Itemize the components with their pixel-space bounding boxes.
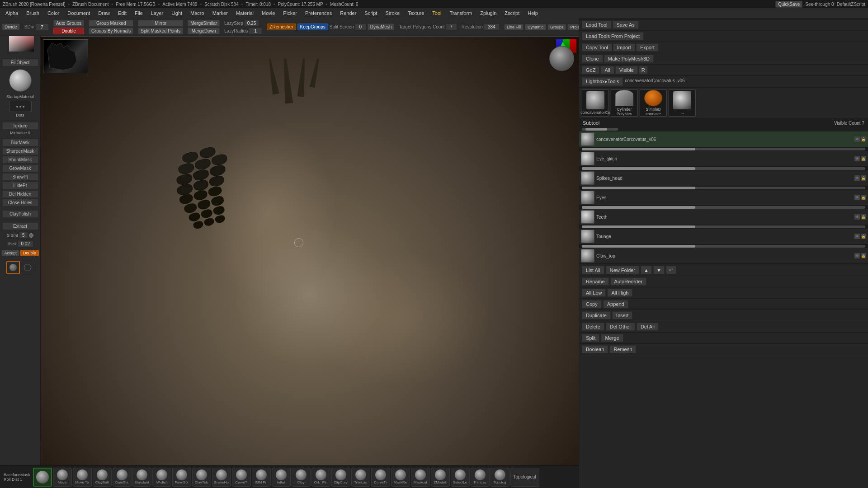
tool-thumb-extra1[interactable]: ...	[669, 89, 696, 117]
merge-down-button[interactable]: MergeDown	[188, 28, 220, 34]
subtool-lock-3[interactable]: 🔒	[861, 195, 866, 200]
brush-curvet[interactable]: CurveT	[232, 468, 251, 487]
tool-thumb-simpleb[interactable]: SimpleB concave	[640, 89, 667, 117]
brush-snakehook[interactable]: SnakeHo	[212, 468, 231, 487]
brush-selectle[interactable]: SelectLe	[451, 468, 470, 487]
menu-transform[interactable]: Transform	[446, 9, 476, 17]
line-fill-button[interactable]: Line Fill	[504, 24, 524, 30]
duplicate-button[interactable]: Duplicate	[582, 311, 611, 319]
hide-pt-button[interactable]: HidePt	[2, 182, 38, 189]
group-masked-button[interactable]: Group Masked	[89, 20, 133, 27]
menu-document[interactable]: Document	[64, 9, 94, 17]
brush-move[interactable]: Move	[53, 468, 72, 487]
move-down-button[interactable]: ▼	[653, 266, 665, 274]
subtool-range-indicator[interactable]	[582, 128, 618, 131]
menu-draw[interactable]: Draw	[94, 9, 113, 17]
remesh-button[interactable]: Remesh	[609, 345, 636, 353]
resolution-val[interactable]: 384	[484, 23, 500, 30]
brush-claybull[interactable]: ClayBull	[93, 468, 112, 487]
menu-render[interactable]: Render	[336, 9, 360, 17]
ssmt-val[interactable]: 5	[19, 232, 28, 239]
active-brush-large[interactable]	[33, 468, 52, 487]
split-masked-button[interactable]: Split Masked Points	[138, 28, 183, 34]
new-folder-button[interactable]: New Folder	[606, 266, 639, 274]
insert-button[interactable]: Insert	[612, 311, 633, 319]
r-button[interactable]: R	[639, 66, 648, 74]
brush-curvetr[interactable]: CurveTr	[371, 468, 390, 487]
subtool-vis-3[interactable]: 👁	[854, 195, 860, 200]
menu-picker[interactable]: Picker	[279, 9, 301, 17]
del-other-button[interactable]: Del Other	[606, 323, 635, 331]
merge-similar-button[interactable]: MergeSimilar	[188, 20, 220, 27]
import-button[interactable]: Import	[613, 43, 635, 52]
brush-standard[interactable]: Standard	[132, 468, 151, 487]
lightbox-tools-button[interactable]: Lightbox▸Tools	[582, 77, 623, 86]
brush-inflat[interactable]: Inflat	[272, 468, 291, 487]
shrink-mask-button[interactable]: ShrinkMask	[2, 156, 38, 164]
move-in-button[interactable]: ↵	[666, 266, 676, 274]
subtool-lock-1[interactable]: 🔒	[861, 156, 866, 161]
subtool-vis-0[interactable]: 👁	[854, 136, 860, 142]
quicksave-button[interactable]: QuickSave	[775, 1, 802, 8]
subtool-item-5[interactable]: Tounge 👁 🔒	[579, 229, 868, 244]
nav-sphere[interactable]	[549, 46, 574, 71]
mirror-button[interactable]: Mirror	[138, 20, 183, 27]
blur-mask-button[interactable]: BlurMask	[2, 139, 38, 146]
brush-formsol[interactable]: FormSol	[172, 468, 191, 487]
menu-zplugin[interactable]: Zplugin	[476, 9, 500, 17]
sdiv-value[interactable]: 7	[35, 23, 49, 31]
close-holes-button[interactable]: Close Holes	[2, 199, 38, 206]
extract-button[interactable]: Extract	[2, 222, 38, 230]
brush-maskcul[interactable]: Maskcul	[411, 468, 430, 487]
export-button[interactable]: Export	[636, 43, 659, 52]
brush-hpolish[interactable]: hPolish	[152, 468, 171, 487]
active-tool-indicator[interactable]	[6, 261, 20, 274]
eye-glitch-slider[interactable]	[582, 167, 865, 170]
dots-preview[interactable]	[9, 101, 32, 112]
dyna-mesh-button[interactable]: DynaMesh	[368, 23, 395, 30]
grow-mask-button[interactable]: GrowMask	[2, 164, 38, 172]
viewport[interactable]	[41, 37, 579, 465]
view-navigator[interactable]	[545, 39, 576, 71]
show-pt-button[interactable]: ShowPt	[2, 173, 38, 181]
menu-macro[interactable]: Macro	[187, 9, 208, 17]
subtool-lock-5[interactable]: 🔒	[861, 234, 866, 239]
subtool-lock-4[interactable]: 🔒	[861, 214, 866, 220]
subtool-item-1[interactable]: Eye_glitch 👁 🔒	[579, 151, 868, 167]
material-sphere[interactable]	[9, 69, 32, 92]
subtool-vis-2[interactable]: 👁	[854, 175, 860, 181]
double-left-button[interactable]: Double	[20, 250, 39, 256]
subtool-item-4[interactable]: Teeth 👁 🔒	[579, 209, 868, 225]
lazy-radius-val[interactable]: 1	[249, 28, 262, 34]
subtool-item-6[interactable]: Claw_top 👁 🔒	[579, 248, 868, 264]
subtool-lock-2[interactable]: 🔒	[861, 175, 866, 181]
brush-moveto[interactable]: Move To	[73, 468, 92, 487]
tool-thumb-cylinder[interactable]: Cylinder PolyMes	[611, 89, 638, 117]
subtool-item-3[interactable]: Eyes 👁 🔒	[579, 190, 868, 206]
all-button[interactable]: All	[600, 66, 614, 74]
autoreorder-button[interactable]: AutoReorder	[610, 277, 646, 286]
project-button[interactable]: Project	[567, 24, 579, 30]
sharpen-mask-button[interactable]: SharpenMask	[2, 147, 38, 155]
dynamic-button[interactable]: Dynamic	[525, 24, 546, 30]
visible-button[interactable]: Visible	[615, 66, 638, 74]
brush-orbpin[interactable]: Orb_Pin	[311, 468, 330, 487]
move-up-button[interactable]: ▲	[641, 266, 652, 274]
load-tools-from-project-button[interactable]: Load Tools From Project	[582, 32, 644, 40]
menu-alpha[interactable]: Alpha	[2, 9, 22, 17]
brush-topolog[interactable]: Topolog	[491, 468, 509, 487]
menu-preferences[interactable]: Preferences	[302, 9, 335, 17]
thumbnail-panel[interactable]	[43, 39, 88, 73]
brush-claytub[interactable]: ClayTub	[192, 468, 211, 487]
brush-zmodeli[interactable]: ZModeli	[431, 468, 450, 487]
menu-tool[interactable]: Tool	[429, 9, 445, 17]
secondary-tool-indicator[interactable]	[21, 261, 34, 274]
rename-button[interactable]: Rename	[582, 277, 609, 286]
subtool-vis-5[interactable]: 👁	[854, 234, 860, 239]
menu-color[interactable]: Color	[44, 9, 63, 17]
clay-polish-button[interactable]: ClayPolish	[2, 210, 38, 218]
brush-imm[interactable]: IMM Pri	[252, 468, 271, 487]
menu-stroke[interactable]: Stroke	[382, 9, 403, 17]
load-tool-button[interactable]: Load Tool	[582, 21, 612, 29]
append-button[interactable]: Append	[603, 300, 628, 308]
